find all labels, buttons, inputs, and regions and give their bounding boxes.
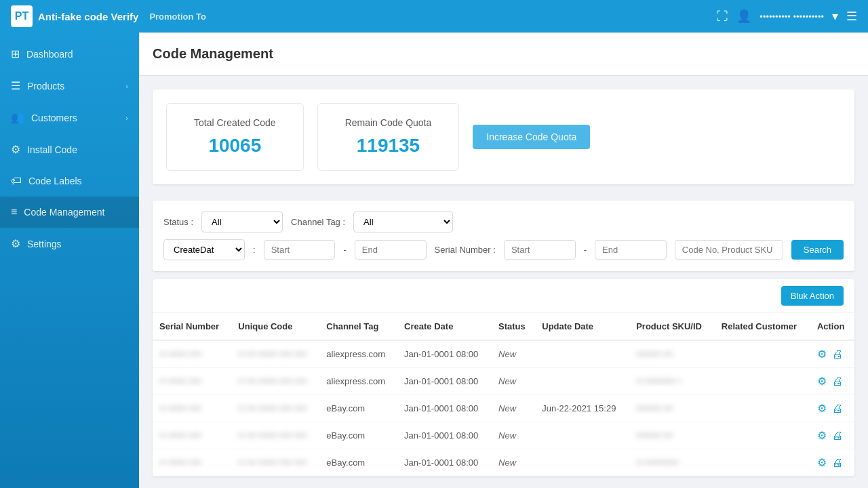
sidebar-label-products: Products xyxy=(27,81,64,92)
cell-action: ⚙ 🖨 xyxy=(810,422,854,449)
cell-channel: aliexpress.com xyxy=(319,340,397,368)
cell-serial: •• •••••• •••• xyxy=(153,422,231,449)
cell-status: New xyxy=(492,368,535,395)
products-icon: ☰ xyxy=(11,79,20,92)
sidebar-label-code-labels: Code Labels xyxy=(28,176,82,186)
col-status: Status xyxy=(492,313,535,340)
products-arrow-icon: › xyxy=(125,82,128,90)
sidebar-item-settings[interactable]: ⚙ Settings xyxy=(0,228,139,260)
channel-select[interactable]: All aliexpress.com eBay.com xyxy=(353,211,453,232)
cell-sku: •••••••• ••• xyxy=(629,395,715,422)
filter-row-2: CreateDate UpdateDate : - Serial Number … xyxy=(163,239,844,260)
settings-icon: ⚙ xyxy=(11,237,20,250)
status-label: Status : xyxy=(163,217,193,227)
serial-end-input[interactable] xyxy=(595,240,667,260)
table-row: •• •••••• •••••• ••• •••••• •••• ••••eBa… xyxy=(153,395,854,422)
fullscreen-icon[interactable]: ⛶ xyxy=(716,9,728,24)
cell-unique_code: •• ••• •••••• •••• •••• xyxy=(231,449,319,476)
settings-action-icon[interactable]: ⚙ xyxy=(817,348,827,361)
search-button[interactable]: Search xyxy=(791,240,844,260)
print-action-icon[interactable]: 🖨 xyxy=(832,430,843,442)
cell-sku: •••••••• ••• xyxy=(629,340,715,368)
date-colon: : xyxy=(253,245,256,255)
increase-quota-button[interactable]: Increase Code Quota xyxy=(473,125,590,149)
cell-serial: •• •••••• •••• xyxy=(153,449,231,476)
cell-sku: •• ••••••••••• xyxy=(629,449,715,476)
cell-create_date: Jan-01-0001 08:00 xyxy=(397,340,492,368)
settings-action-icon[interactable]: ⚙ xyxy=(817,429,827,442)
logo-icon: PT xyxy=(11,5,33,27)
cell-action: ⚙ 🖨 xyxy=(810,368,854,395)
main-layout: ⊞ Dashboard ☰ Products › 👥 Customers › ⚙… xyxy=(0,33,868,488)
cell-serial: •• •••••• •••• xyxy=(153,395,231,422)
cell-status: New xyxy=(492,449,535,476)
remain-quota-card: Remain Code Quota 119135 xyxy=(317,103,460,171)
cell-unique_code: •• ••• •••••• •••• •••• xyxy=(231,395,319,422)
table-row: •• •••••• •••••• ••• •••••• •••• ••••eBa… xyxy=(153,422,854,449)
user-name: •••••••••• •••••••••• xyxy=(760,12,824,22)
sidebar-item-code-labels[interactable]: 🏷 Code Labels xyxy=(0,165,139,197)
print-action-icon[interactable]: 🖨 xyxy=(832,457,843,469)
print-action-icon[interactable]: 🖨 xyxy=(832,375,843,388)
app-title: Anti-fake code Verify xyxy=(38,11,138,22)
cell-serial: •• •••••• •••• xyxy=(153,368,231,395)
data-table: Serial Number Unique Code Channel Tag Cr… xyxy=(153,313,854,476)
print-action-icon[interactable]: 🖨 xyxy=(832,403,843,415)
col-customer: Related Customer xyxy=(715,313,810,340)
settings-action-icon[interactable]: ⚙ xyxy=(817,375,827,388)
sidebar-item-customers[interactable]: 👥 Customers › xyxy=(0,102,139,134)
dropdown-arrow-icon[interactable]: ▾ xyxy=(832,9,838,24)
content-area: Code Management Total Created Code 10065… xyxy=(139,33,868,488)
bulk-action-button[interactable]: Bluk Action xyxy=(781,286,844,306)
install-code-icon: ⚙ xyxy=(11,143,20,156)
cell-update_date: Jun-22-2021 15:29 xyxy=(535,395,629,422)
sidebar-item-products[interactable]: ☰ Products › xyxy=(0,70,139,102)
cell-unique_code: •• ••• •••••• •••• •••• xyxy=(231,422,319,449)
cell-create_date: Jan-01-0001 08:00 xyxy=(397,449,492,476)
cell-status: New xyxy=(492,340,535,368)
cell-unique_code: •• ••• •••••• •••• •••• xyxy=(231,368,319,395)
date-end-input[interactable] xyxy=(355,240,427,260)
settings-action-icon[interactable]: ⚙ xyxy=(817,456,827,469)
code-search-input[interactable] xyxy=(675,240,783,260)
table-row: •• •••••• •••••• ••• •••••• •••• ••••ali… xyxy=(153,368,854,395)
col-unique-code: Unique Code xyxy=(231,313,319,340)
cell-channel: aliexpress.com xyxy=(319,368,397,395)
settings-action-icon[interactable]: ⚙ xyxy=(817,402,827,415)
serial-dash: - xyxy=(584,245,587,255)
col-update-date: Update Date xyxy=(535,313,629,340)
remain-quota-value: 119135 xyxy=(345,135,432,157)
date-type-select[interactable]: CreateDate UpdateDate xyxy=(163,239,245,260)
customers-icon: 👥 xyxy=(11,111,24,124)
total-created-card: Total Created Code 10065 xyxy=(166,103,304,171)
cell-channel: eBay.com xyxy=(319,449,397,476)
cell-update_date xyxy=(535,368,629,395)
sidebar-item-dashboard[interactable]: ⊞ Dashboard xyxy=(0,38,139,70)
cell-sku: •••••••• ••• xyxy=(629,422,715,449)
sidebar-label-dashboard: Dashboard xyxy=(26,49,73,60)
hamburger-menu-icon[interactable]: ☰ xyxy=(846,9,857,24)
date-start-input[interactable] xyxy=(264,240,336,260)
sidebar-label-install-code: Install Code xyxy=(27,144,77,155)
app-subtitle: Promotion To xyxy=(149,12,206,22)
sidebar-item-install-code[interactable]: ⚙ Install Code xyxy=(0,134,139,165)
sidebar-item-code-management[interactable]: ≡ Code Management xyxy=(0,197,139,228)
sidebar: ⊞ Dashboard ☰ Products › 👥 Customers › ⚙… xyxy=(0,33,139,488)
date-dash: - xyxy=(343,245,346,255)
user-icon[interactable]: 👤 xyxy=(736,9,751,24)
status-select[interactable]: All New Used Inactive xyxy=(201,211,283,232)
serial-start-input[interactable] xyxy=(504,240,576,260)
cell-channel: eBay.com xyxy=(319,395,397,422)
sidebar-label-customers: Customers xyxy=(31,113,77,123)
col-channel-tag: Channel Tag xyxy=(319,313,397,340)
customers-arrow-icon: › xyxy=(125,114,128,122)
code-labels-icon: 🏷 xyxy=(11,175,22,187)
cell-channel: eBay.com xyxy=(319,422,397,449)
filter-row-1: Status : All New Used Inactive Channel T… xyxy=(163,211,844,232)
stats-row: Total Created Code 10065 Remain Code Quo… xyxy=(153,89,854,184)
cell-update_date xyxy=(535,422,629,449)
col-create-date: Create Date xyxy=(397,313,492,340)
table-header-row: Serial Number Unique Code Channel Tag Cr… xyxy=(153,313,854,340)
print-action-icon[interactable]: 🖨 xyxy=(832,348,843,361)
app-logo: PT Anti-fake code Verify Promotion To xyxy=(11,5,206,27)
